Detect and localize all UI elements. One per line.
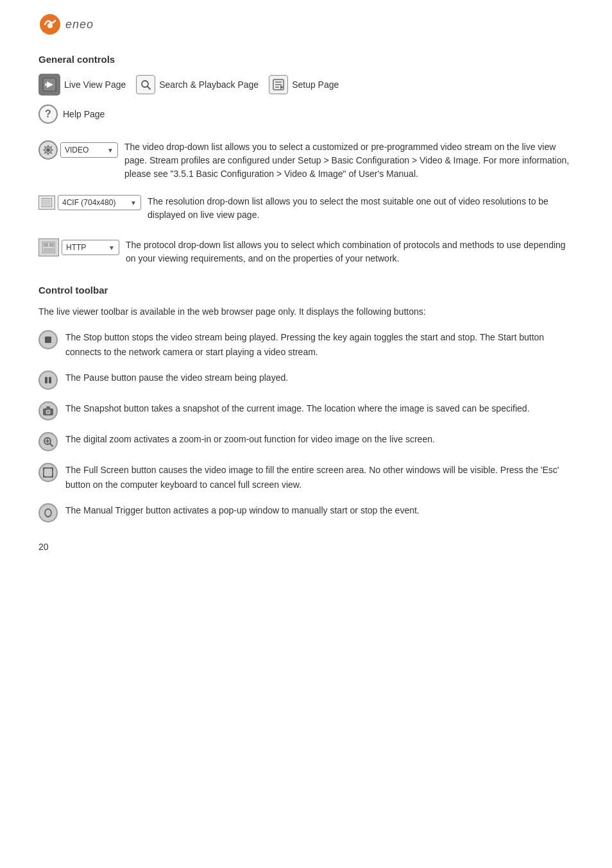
svg-line-6 [148,87,150,89]
svg-rect-16 [44,243,48,247]
nav-label-live-view: Live View Page [64,79,126,90]
svg-rect-4 [45,83,47,86]
video-icon-area: VIDEO ▼ [38,140,118,160]
protocol-icon [38,238,59,256]
resolution-dropdown-block: 4CIF (704x480) ▼ The resolution drop-dow… [38,195,574,224]
manual-trigger-icon-svg [43,508,53,518]
protocol-dropdown-description: The protocol drop-down list allows you t… [126,238,574,265]
general-controls-section: General controls Live View Page Sear [38,54,574,271]
search-svg [140,79,151,90]
pause-icon-svg [44,376,53,385]
nav-label-search: Search & Playback Page [159,79,259,90]
video-dropdown-value: VIDEO [65,146,105,154]
video-dropdown-block: VIDEO ▼ The video drop-down list allows … [38,140,574,181]
nav-item-setup: Setup Page [269,75,339,94]
svg-point-12 [46,148,50,152]
svg-rect-17 [49,243,54,247]
stop-icon-svg [44,335,53,344]
nav-label-setup: Setup Page [292,79,339,90]
protocol-dropdown-block: HTTP ▼ The protocol drop-down list allow… [38,238,574,271]
page-number: 20 [38,542,574,552]
nav-item-search: Search & Playback Page [136,75,259,94]
svg-point-31 [45,509,51,517]
live-view-svg [42,78,56,92]
fullscreen-button-icon [38,463,58,482]
control-toolbar-title: Control toolbar [38,285,574,296]
live-view-icon [38,74,60,96]
protocol-dropdown-value: HTTP [66,243,106,252]
svg-rect-32 [47,516,49,517]
snapshot-icon-svg [43,406,53,415]
help-icon: ? [38,104,58,124]
search-playback-icon [136,75,155,94]
fullscreen-button-text: The Full Screen button causes the video … [65,463,574,492]
zoom-button-icon [38,432,58,451]
toolbar-item-zoom: The digital zoom activates a zoom-in or … [38,432,574,451]
toolbar-item-pause: The Pause button pause the video stream … [38,371,574,390]
svg-rect-21 [49,377,51,383]
stop-button-icon [38,330,58,349]
svg-point-1 [47,23,53,28]
protocol-icon-area: HTTP ▼ [38,238,119,256]
setup-svg [273,79,284,90]
control-toolbar-section: Control toolbar The live viewer toolbar … [38,285,574,522]
help-label: Help Page [63,109,105,119]
toolbar-item-manual-trigger: The Manual Trigger button activates a po… [38,503,574,522]
pause-button-icon [38,371,58,390]
manual-trigger-button-icon [38,503,58,522]
svg-rect-30 [44,468,53,477]
svg-point-24 [47,411,49,413]
video-dropdown-arrow: ▼ [107,147,114,154]
resolution-dropdown[interactable]: 4CIF (704x480) ▼ [58,195,141,210]
resolution-icon-area: 4CIF (704x480) ▼ [38,195,141,210]
general-controls-title: General controls [38,54,574,65]
snapshot-button-text: The Snapshot button takes a snapshot of … [65,401,574,415]
zoom-icon-svg [43,437,53,447]
stop-button-text: The Stop button stops the video stream b… [65,330,574,359]
protocol-dropdown-arrow: ▼ [108,244,115,251]
svg-rect-20 [45,377,47,383]
nav-icons-row: Live View Page Search & Playback Page [38,74,574,96]
manual-trigger-button-text: The Manual Trigger button activates a po… [65,503,574,517]
eneo-logo-icon [38,13,62,36]
help-row: ? Help Page [38,104,574,124]
protocol-dropdown[interactable]: HTTP ▼ [62,240,119,255]
resolution-dropdown-arrow: ▼ [130,199,137,206]
toolbar-item-stop: The Stop button stops the video stream b… [38,330,574,359]
resolution-icon [38,196,55,210]
pause-button-text: The Pause button pause the video stream … [65,371,574,385]
logo-text: eneo [65,18,94,31]
zoom-button-text: The digital zoom activates a zoom-in or … [65,432,574,446]
resolution-svg [42,198,52,207]
svg-rect-18 [44,248,54,252]
nav-item-live-view: Live View Page [38,74,126,96]
svg-rect-19 [45,337,51,343]
video-dropdown[interactable]: VIDEO ▼ [60,142,118,158]
svg-rect-14 [43,199,51,206]
gear-svg [42,144,54,156]
snapshot-button-icon [38,401,58,421]
video-settings-icon [38,140,58,160]
toolbar-item-fullscreen: The Full Screen button causes the video … [38,463,574,492]
fullscreen-icon-svg [43,467,53,478]
protocol-svg [42,242,55,253]
svg-line-27 [50,444,53,446]
logo-area: eneo [38,13,574,36]
resolution-dropdown-value: 4CIF (704x480) [62,198,128,207]
control-toolbar-intro: The live viewer toolbar is available in … [38,305,574,319]
svg-rect-25 [46,406,50,408]
video-dropdown-description: The video drop-down list allows you to s… [124,140,574,181]
toolbar-item-snapshot: The Snapshot button takes a snapshot of … [38,401,574,421]
setup-icon [269,75,288,94]
resolution-dropdown-description: The resolution drop-down list allows you… [148,195,574,222]
